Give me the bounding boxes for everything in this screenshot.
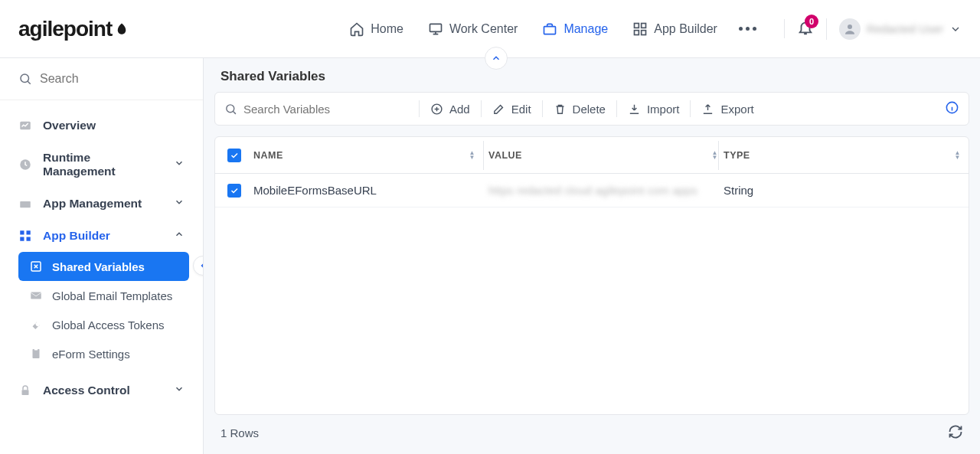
cell-value: https redacted cloud agilepoint com apps xyxy=(488,184,697,197)
edit-button[interactable]: Edit xyxy=(492,103,531,116)
chevron-down-icon xyxy=(949,23,962,35)
chart-icon xyxy=(18,119,32,132)
home-icon xyxy=(349,21,364,37)
refresh-icon xyxy=(948,424,963,439)
mail-icon xyxy=(29,289,43,302)
nav-workcenter[interactable]: Work Center xyxy=(425,17,521,41)
brand-logo: agilepoint xyxy=(18,17,129,41)
divider xyxy=(616,100,617,117)
toolbar-search[interactable] xyxy=(224,103,408,116)
sidebar-search[interactable] xyxy=(0,58,203,100)
column-header-value[interactable]: Value ▲▼ xyxy=(488,150,718,161)
column-header-name[interactable]: Name ▲▼ xyxy=(253,150,483,161)
sidebar-subitem-access-tokens[interactable]: Global Access Tokens xyxy=(18,310,189,339)
svg-rect-12 xyxy=(27,230,31,234)
sidebar-item-label: App Management xyxy=(43,197,142,211)
info-icon xyxy=(945,100,959,115)
plus-circle-icon xyxy=(430,103,443,116)
sidebar-subitem-label: Shared Variables xyxy=(52,260,145,273)
svg-rect-5 xyxy=(642,30,646,34)
sidebar-subitem-email-templates[interactable]: Global Email Templates xyxy=(18,281,189,310)
search-icon xyxy=(224,103,237,116)
column-label: Type xyxy=(724,150,750,161)
sidebar-item-label: Overview xyxy=(43,119,96,132)
sort-icon: ▲▼ xyxy=(469,151,475,160)
sidebar-item-appbuilder[interactable]: App Builder xyxy=(0,220,203,252)
nav-appbuilder-label: App Builder xyxy=(654,22,717,36)
nav-more[interactable] xyxy=(739,27,756,31)
check-icon xyxy=(230,186,239,195)
sidebar-item-runtime[interactable]: Runtime Management xyxy=(0,142,203,188)
sidebar-subitem-shared-variables[interactable]: Shared Variables xyxy=(18,252,189,281)
chevron-down-icon xyxy=(174,197,185,207)
grid-icon xyxy=(632,21,648,37)
column-header-type[interactable]: Type ▲▼ xyxy=(724,150,961,161)
import-button[interactable]: Import xyxy=(628,103,680,116)
nav-home-label: Home xyxy=(371,22,403,36)
brand-leaf-icon xyxy=(115,22,129,36)
svg-rect-18 xyxy=(34,348,38,351)
sidebar-subitem-eform-settings[interactable]: eForm Settings xyxy=(18,339,189,368)
sort-icon: ▲▼ xyxy=(712,151,718,160)
divider xyxy=(542,100,543,117)
select-all-checkbox[interactable] xyxy=(227,149,241,162)
sidebar-search-input[interactable] xyxy=(40,72,193,86)
add-label: Add xyxy=(449,103,470,116)
sidebar-item-access-control[interactable]: Access Control xyxy=(0,374,203,407)
page-title: Shared Variables xyxy=(204,58,980,92)
sidebar-item-overview[interactable]: Overview xyxy=(0,109,203,142)
table-header: Name ▲▼ Value ▲▼ Type ▲▼ xyxy=(215,137,969,174)
chevron-left-icon xyxy=(198,261,204,270)
svg-rect-10 xyxy=(20,201,31,207)
svg-rect-13 xyxy=(20,237,24,241)
sidebar-item-appmgmt[interactable]: App Management xyxy=(0,188,203,220)
sidebar-subitems-appbuilder: Shared Variables Global Email Templates … xyxy=(0,252,203,374)
refresh-button[interactable] xyxy=(948,424,963,442)
avatar xyxy=(839,18,861,40)
pencil-icon xyxy=(492,103,505,116)
toolbox-icon xyxy=(18,197,32,211)
table-row[interactable]: MobileEFormsBaseURL https redacted cloud… xyxy=(215,174,969,207)
variables-table: Name ▲▼ Value ▲▼ Type ▲▼ xyxy=(214,136,969,415)
briefcase-icon xyxy=(542,21,557,37)
add-button[interactable]: Add xyxy=(430,103,470,116)
notifications-button[interactable]: 0 xyxy=(784,19,814,38)
sidebar-subitem-label: Global Email Templates xyxy=(52,289,172,302)
sidebar-item-label: App Builder xyxy=(43,229,110,243)
row-checkbox[interactable] xyxy=(227,184,241,198)
svg-rect-14 xyxy=(27,237,31,241)
sort-icon: ▲▼ xyxy=(955,151,961,160)
info-button[interactable] xyxy=(945,100,959,117)
divider xyxy=(481,100,482,117)
nav-workcenter-label: Work Center xyxy=(449,22,518,36)
divider xyxy=(483,176,484,205)
delete-label: Delete xyxy=(573,103,606,116)
delete-button[interactable]: Delete xyxy=(554,103,606,116)
svg-rect-2 xyxy=(635,23,639,28)
sidebar-item-label: Runtime Management xyxy=(43,151,163,178)
variable-icon xyxy=(29,260,43,273)
notification-count-badge: 0 xyxy=(805,15,818,28)
nav-appbuilder[interactable]: App Builder xyxy=(629,17,720,41)
sidebar-subitem-label: eForm Settings xyxy=(52,348,130,361)
user-menu[interactable]: Redacted User xyxy=(826,18,962,40)
svg-rect-11 xyxy=(20,230,24,234)
nav-manage[interactable]: Manage xyxy=(539,17,611,41)
clock-icon xyxy=(18,158,32,171)
check-icon xyxy=(230,151,239,160)
export-button[interactable]: Export xyxy=(701,103,753,116)
main-content: Shared Variables Add Edit Delete xyxy=(204,58,980,454)
toolbar-search-input[interactable] xyxy=(243,103,408,116)
toolbar: Add Edit Delete Import Export xyxy=(214,92,969,126)
row-count: 1 Rows xyxy=(220,426,259,439)
divider xyxy=(718,176,719,205)
sidebar-item-label: Access Control xyxy=(43,384,130,397)
svg-rect-1 xyxy=(544,26,556,34)
collapse-header-handle[interactable] xyxy=(485,47,508,70)
export-label: Export xyxy=(720,103,753,116)
svg-rect-0 xyxy=(430,24,441,31)
column-label: Value xyxy=(488,150,522,161)
nav-home[interactable]: Home xyxy=(346,17,407,41)
trash-icon xyxy=(554,103,567,116)
sidebar: Overview Runtime Management App Manageme… xyxy=(0,58,204,454)
